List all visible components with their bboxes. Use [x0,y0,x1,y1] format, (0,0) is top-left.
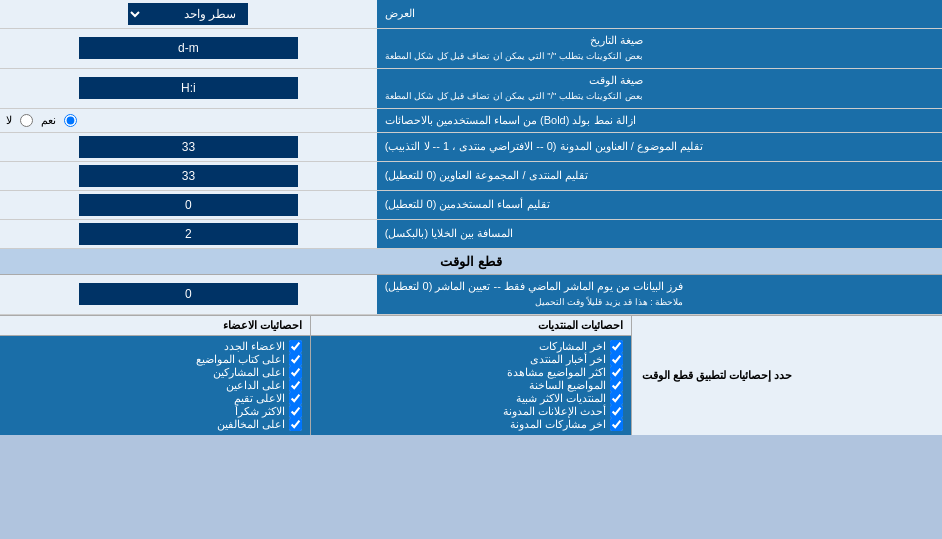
cb-top-authors[interactable] [289,353,302,366]
cutoff-section-header: قطع الوقت [0,249,942,275]
trim-forum-input-cell [0,162,377,190]
list-item: اعلى المشاركين [8,366,302,379]
cb-top-rated[interactable] [289,392,302,405]
trim-forum-label: تقليم المنتدى / المجموعة العناوين (0 للت… [377,162,942,190]
display-input-cell: سطر واحدسطرينثلاثة أسطر [0,0,377,28]
display-label: العرض [377,0,942,28]
list-item: الاعضاء الجدد [8,340,302,353]
cb-last-news[interactable] [610,353,623,366]
cb-latest-announce[interactable] [610,405,623,418]
col1-header: احصائيات المنتديات [311,316,631,336]
bold-remove-input-cell: نعم لا [0,109,377,132]
checkbox-section-wrapper: حدد إحصائيات لتطبيق قطع الوقت احصائيات ا… [0,315,942,435]
col1-items: اخر المشاركات اخر أخبار المنتدى اكثر الم… [311,336,631,435]
list-item: المواضيع الساخنة [319,379,623,392]
cb-blog-posts[interactable] [610,418,623,431]
trim-subject-input-cell [0,133,377,161]
date-format-label: صيغة التاريخبعض التكوينات يتطلب "/" التي… [377,29,942,68]
date-format-row: صيغة التاريخبعض التكوينات يتطلب "/" التي… [0,29,942,69]
display-select[interactable]: سطر واحدسطرينثلاثة أسطر [128,3,248,25]
cell-spacing-input-cell [0,220,377,248]
list-item: اعلى المخالفين [8,418,302,431]
list-item: أحدث الإعلانات المدونة [319,405,623,418]
list-item: اخر مشاركات المدونة [319,418,623,431]
trim-forum-input[interactable] [79,165,298,187]
trim-users-input-cell [0,191,377,219]
trim-users-row: تقليم أسماء المستخدمين (0 للتعطيل) [0,191,942,220]
trim-forum-row: تقليم المنتدى / المجموعة العناوين (0 للت… [0,162,942,191]
display-row: العرض سطر واحدسطرينثلاثة أسطر [0,0,942,29]
cutoff-input-cell [0,275,377,314]
cb-similar-forums[interactable] [610,392,623,405]
list-item: الاكثر شكراً [8,405,302,418]
cb-top-callers[interactable] [289,379,302,392]
cutoff-row: فرز البيانات من يوم الماشر الماضي فقط --… [0,275,942,315]
cb-hot-topics[interactable] [610,379,623,392]
trim-users-label: تقليم أسماء المستخدمين (0 للتعطيل) [377,191,942,219]
limit-label: حدد إحصائيات لتطبيق قطع الوقت [631,316,942,435]
cb-top-violators[interactable] [289,418,302,431]
date-format-input[interactable] [79,37,298,59]
bold-remove-row: ازالة نمط بولد (Bold) من اسماء المستخدمي… [0,109,942,133]
cb-most-thanked[interactable] [289,405,302,418]
cell-spacing-input[interactable] [79,223,298,245]
cb-new-members[interactable] [289,340,302,353]
list-item: المنتديات الاكثر شبية [319,392,623,405]
list-item: اكثر المواضيع مشاهدة [319,366,623,379]
col1-section: احصائيات المنتديات اخر المشاركات اخر أخب… [311,316,631,435]
bold-no-radio[interactable] [20,114,33,127]
list-item: اعلى كتاب المواضيع [8,353,302,366]
cell-spacing-label: المسافة بين الخلايا (بالبكسل) [377,220,942,248]
cutoff-input[interactable] [79,283,298,305]
time-format-row: صيغة الوقتبعض التكوينات يتطلب "/" التي ي… [0,69,942,109]
cell-spacing-row: المسافة بين الخلايا (بالبكسل) [0,220,942,249]
trim-users-input[interactable] [79,194,298,216]
col2-header: احصائيات الاعضاء [0,316,310,336]
cb-most-viewed[interactable] [610,366,623,379]
col2-items: الاعضاء الجدد اعلى كتاب المواضيع اعلى ال… [0,336,310,435]
date-format-input-cell [0,29,377,68]
list-item: اخر أخبار المنتدى [319,353,623,366]
bold-radio-group: نعم لا [6,114,77,127]
cb-last-posts[interactable] [610,340,623,353]
list-item: اخر المشاركات [319,340,623,353]
cutoff-label: فرز البيانات من يوم الماشر الماضي فقط --… [377,275,942,314]
trim-subject-label: تقليم الموضوع / العناوين المدونة (0 -- ا… [377,133,942,161]
col2-section: احصائيات الاعضاء الاعضاء الجدد اعلى كتاب… [0,316,311,435]
list-item: اعلى الداعين [8,379,302,392]
list-item: الاعلى تقيم [8,392,302,405]
trim-subject-row: تقليم الموضوع / العناوين المدونة (0 -- ا… [0,133,942,162]
bold-yes-radio[interactable] [64,114,77,127]
time-format-input[interactable] [79,77,298,99]
trim-subject-input[interactable] [79,136,298,158]
time-format-input-cell [0,69,377,108]
cb-top-posters[interactable] [289,366,302,379]
bold-remove-label: ازالة نمط بولد (Bold) من اسماء المستخدمي… [377,109,942,132]
time-format-label: صيغة الوقتبعض التكوينات يتطلب "/" التي ي… [377,69,942,108]
